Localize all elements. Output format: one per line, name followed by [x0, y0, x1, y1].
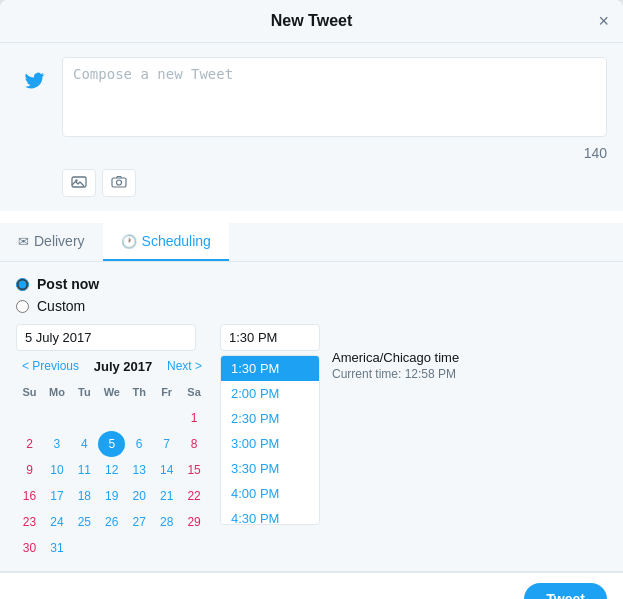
- twitter-logo-icon: [16, 61, 52, 97]
- cal-day: [16, 405, 43, 431]
- image-button[interactable]: [62, 169, 96, 197]
- calendar-grid: < Previous July 2017 Next > Su Mo Tu We …: [16, 357, 208, 561]
- cal-day[interactable]: 4: [71, 431, 98, 457]
- post-now-option[interactable]: Post now: [16, 276, 607, 292]
- cal-day[interactable]: 23: [16, 509, 43, 535]
- cal-day[interactable]: 7: [153, 431, 180, 457]
- char-count: 140: [62, 145, 607, 161]
- modal-window: New Tweet × 140: [0, 0, 623, 599]
- cal-day[interactable]: 12: [98, 457, 125, 483]
- timezone-label: America/Chicago time: [332, 350, 607, 365]
- cal-day[interactable]: 10: [43, 457, 70, 483]
- delivery-icon: ✉: [18, 234, 29, 249]
- cal-day[interactable]: 15: [181, 457, 208, 483]
- cal-day[interactable]: 25: [71, 509, 98, 535]
- calendar-week: 23242526272829: [16, 509, 208, 535]
- tweet-textarea[interactable]: [62, 57, 607, 137]
- calendar-week: 1: [16, 405, 208, 431]
- cal-day[interactable]: 5: [98, 431, 125, 457]
- cal-header-tu: Tu: [71, 379, 98, 405]
- cal-day[interactable]: 8: [181, 431, 208, 457]
- modal-title: New Tweet: [271, 12, 353, 30]
- close-button[interactable]: ×: [598, 12, 609, 30]
- scheduling-icon: 🕐: [121, 234, 137, 249]
- cal-day[interactable]: 13: [126, 457, 153, 483]
- cal-header-su: Su: [16, 379, 43, 405]
- cal-day[interactable]: 16: [16, 483, 43, 509]
- svg-point-4: [117, 180, 122, 185]
- cal-day[interactable]: 22: [181, 483, 208, 509]
- tab-scheduling[interactable]: 🕐 Scheduling: [103, 223, 229, 261]
- time-option[interactable]: 3:30 PM: [221, 456, 319, 481]
- cal-day[interactable]: 18: [71, 483, 98, 509]
- custom-option[interactable]: Custom: [16, 298, 607, 314]
- cal-header-th: Th: [126, 379, 153, 405]
- tab-scheduling-label: Scheduling: [142, 233, 211, 249]
- calendar-week: 2345678: [16, 431, 208, 457]
- camera-icon: [111, 175, 127, 191]
- cal-header-mo: Mo: [43, 379, 70, 405]
- cal-day[interactable]: 20: [126, 483, 153, 509]
- svg-rect-3: [112, 178, 126, 187]
- cal-day: [181, 535, 208, 561]
- tweet-button[interactable]: Tweet: [524, 583, 607, 599]
- cal-day[interactable]: 30: [16, 535, 43, 561]
- calendar-nav: < Previous July 2017 Next >: [16, 357, 208, 375]
- cal-day: [71, 535, 98, 561]
- time-option[interactable]: 4:30 PM: [221, 506, 319, 525]
- calendar-time-row: < Previous July 2017 Next > Su Mo Tu We …: [16, 324, 607, 561]
- calendar-week: 9101112131415: [16, 457, 208, 483]
- cal-day[interactable]: 19: [98, 483, 125, 509]
- calendar-week: 3031: [16, 535, 208, 561]
- cal-day[interactable]: 1: [181, 405, 208, 431]
- cal-day[interactable]: 6: [126, 431, 153, 457]
- post-now-radio[interactable]: [16, 278, 29, 291]
- cal-day[interactable]: 27: [126, 509, 153, 535]
- toolbar: [62, 169, 607, 197]
- calendar-section: < Previous July 2017 Next > Su Mo Tu We …: [16, 324, 208, 561]
- time-option[interactable]: 2:00 PM: [221, 381, 319, 406]
- cal-day[interactable]: 29: [181, 509, 208, 535]
- camera-button[interactable]: [102, 169, 136, 197]
- image-icon: [71, 175, 87, 191]
- cal-day: [153, 405, 180, 431]
- time-option[interactable]: 1:30 PM: [221, 356, 319, 381]
- calendar-week: 16171819202122: [16, 483, 208, 509]
- cal-day[interactable]: 11: [71, 457, 98, 483]
- tab-delivery[interactable]: ✉ Delivery: [0, 223, 103, 261]
- time-option[interactable]: 3:00 PM: [221, 431, 319, 456]
- tab-delivery-label: Delivery: [34, 233, 85, 249]
- cal-day[interactable]: 2: [16, 431, 43, 457]
- time-list: 1:30 PM2:00 PM2:30 PM3:00 PM3:30 PM4:00 …: [220, 355, 320, 525]
- cal-header-sa: Sa: [181, 379, 208, 405]
- next-month-button[interactable]: Next >: [163, 357, 206, 375]
- time-input[interactable]: [220, 324, 320, 351]
- cal-day: [126, 535, 153, 561]
- cal-day[interactable]: 31: [43, 535, 70, 561]
- cal-day[interactable]: 26: [98, 509, 125, 535]
- time-option[interactable]: 4:00 PM: [221, 481, 319, 506]
- tabs-bar: ✉ Delivery 🕐 Scheduling: [0, 223, 623, 262]
- current-time: Current time: 12:58 PM: [332, 367, 607, 381]
- month-label: July 2017: [94, 359, 153, 374]
- radio-group: Post now Custom: [16, 276, 607, 314]
- cal-day[interactable]: 17: [43, 483, 70, 509]
- prev-month-button[interactable]: < Previous: [18, 357, 83, 375]
- calendar-headers: Su Mo Tu We Th Fr Sa: [16, 379, 208, 405]
- compose-area: 140: [16, 57, 607, 161]
- cal-day[interactable]: 9: [16, 457, 43, 483]
- cal-day[interactable]: 28: [153, 509, 180, 535]
- time-option[interactable]: 2:30 PM: [221, 406, 319, 431]
- cal-day[interactable]: 24: [43, 509, 70, 535]
- cal-day[interactable]: 14: [153, 457, 180, 483]
- cal-day: [43, 405, 70, 431]
- cal-day: [98, 405, 125, 431]
- tweet-compose-wrap: 140: [62, 57, 607, 161]
- calendar-body: 1234567891011121314151617181920212223242…: [16, 405, 208, 561]
- cal-day[interactable]: 3: [43, 431, 70, 457]
- post-now-label: Post now: [37, 276, 99, 292]
- custom-radio[interactable]: [16, 300, 29, 313]
- custom-label: Custom: [37, 298, 85, 314]
- cal-day[interactable]: 21: [153, 483, 180, 509]
- date-input[interactable]: [16, 324, 196, 351]
